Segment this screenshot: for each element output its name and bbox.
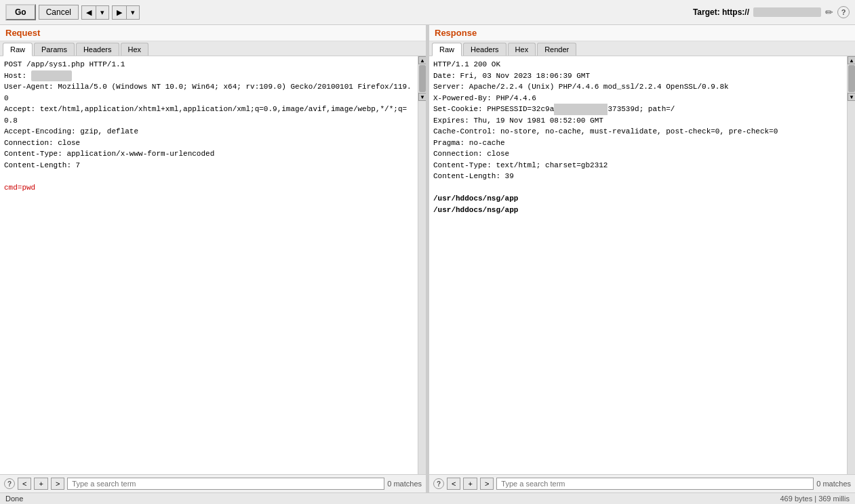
response-scrollbar-down-arrow[interactable]: ▼ xyxy=(848,93,855,101)
response-search-prev-button[interactable]: < xyxy=(447,478,460,490)
request-matches-label: 0 matches xyxy=(387,480,422,488)
response-tab-raw[interactable]: Raw xyxy=(432,43,462,56)
edit-target-icon[interactable]: ✏ xyxy=(825,7,833,18)
response-path-2: /usr/hddocs/nsg/app xyxy=(433,206,518,214)
response-tab-hex[interactable]: Hex xyxy=(508,43,536,56)
cookie-redacted xyxy=(554,104,608,115)
response-content[interactable]: HTTP/1.1 200 OK Date: Fri, 03 Nov 2023 1… xyxy=(429,56,847,474)
status-done-label: Done xyxy=(5,495,23,503)
help-icon[interactable]: ? xyxy=(837,6,850,18)
request-search-bar: ? < + > 0 matches xyxy=(0,474,426,492)
response-search-bar: ? < + > 0 matches xyxy=(429,474,855,492)
response-tabs: Raw Headers Hex Render xyxy=(429,41,855,56)
request-content-area: POST /app/sys1.php HTTP/1.1 Host: User-A… xyxy=(0,56,426,474)
request-search-input[interactable] xyxy=(67,478,384,490)
request-tab-hex[interactable]: Hex xyxy=(121,43,149,56)
request-tab-params[interactable]: Params xyxy=(34,43,75,56)
request-tab-raw[interactable]: Raw xyxy=(3,43,33,56)
request-search-prev-button[interactable]: < xyxy=(18,478,31,490)
status-bar: Done 469 bytes | 369 millis xyxy=(0,492,855,504)
target-url xyxy=(753,7,821,17)
nav-forward-group: ▶ ▾ xyxy=(112,5,140,20)
target-label: Target: https:// xyxy=(693,7,749,17)
request-tabs: Raw Params Headers Hex xyxy=(0,41,426,56)
scrollbar-up-arrow[interactable]: ▲ xyxy=(418,56,426,64)
go-button[interactable]: Go xyxy=(5,4,36,20)
response-content-area: HTTP/1.1 200 OK Date: Fri, 03 Nov 2023 1… xyxy=(429,56,855,474)
request-content[interactable]: POST /app/sys1.php HTTP/1.1 Host: User-A… xyxy=(0,56,418,474)
main-panels: Request Raw Params Headers Hex POST /app… xyxy=(0,25,855,492)
target-area: Target: https:// ✏ ? xyxy=(693,6,850,18)
host-redacted xyxy=(31,70,72,82)
cmd-value: cmd=pwd xyxy=(4,184,35,192)
request-search-add-button[interactable]: + xyxy=(34,478,47,490)
response-panel: Response Raw Headers Hex Render HTTP/1.1… xyxy=(429,25,855,492)
nav-back-group: ◀ ▾ xyxy=(81,5,109,20)
request-tab-headers[interactable]: Headers xyxy=(76,43,119,56)
back-button[interactable]: ◀ xyxy=(82,6,96,19)
scrollbar-down-arrow[interactable]: ▼ xyxy=(418,93,426,101)
response-tab-headers[interactable]: Headers xyxy=(463,43,506,56)
response-scrollbar-up-arrow[interactable]: ▲ xyxy=(848,56,855,64)
response-scrollbar-thumb[interactable] xyxy=(848,65,855,92)
toolbar: Go Cancel ◀ ▾ ▶ ▾ Target: https:// ✏ ? xyxy=(0,0,855,25)
cancel-button[interactable]: Cancel xyxy=(39,5,79,20)
request-scrollbar[interactable]: ▲ ▼ xyxy=(418,56,426,474)
response-search-next-button[interactable]: > xyxy=(480,478,494,490)
forward-dropdown-button[interactable]: ▾ xyxy=(127,6,139,19)
response-scrollbar[interactable]: ▲ ▼ xyxy=(847,56,855,474)
forward-button[interactable]: ▶ xyxy=(113,6,127,19)
response-tab-render[interactable]: Render xyxy=(537,43,576,56)
response-search-help-icon[interactable]: ? xyxy=(433,478,444,489)
response-matches-label: 0 matches xyxy=(816,480,851,488)
back-dropdown-button[interactable]: ▾ xyxy=(96,6,108,19)
status-info: 469 bytes | 369 millis xyxy=(780,495,850,503)
request-search-help-icon[interactable]: ? xyxy=(4,478,15,489)
response-search-add-button[interactable]: + xyxy=(463,478,477,490)
scrollbar-thumb[interactable] xyxy=(419,65,426,92)
request-panel: Request Raw Params Headers Hex POST /app… xyxy=(0,25,426,492)
request-search-next-button[interactable]: > xyxy=(51,478,64,490)
response-path-1: /usr/hddocs/nsg/app xyxy=(433,194,518,203)
request-panel-title: Request xyxy=(0,25,426,41)
response-search-input[interactable] xyxy=(496,478,814,490)
response-panel-title: Response xyxy=(429,25,855,41)
